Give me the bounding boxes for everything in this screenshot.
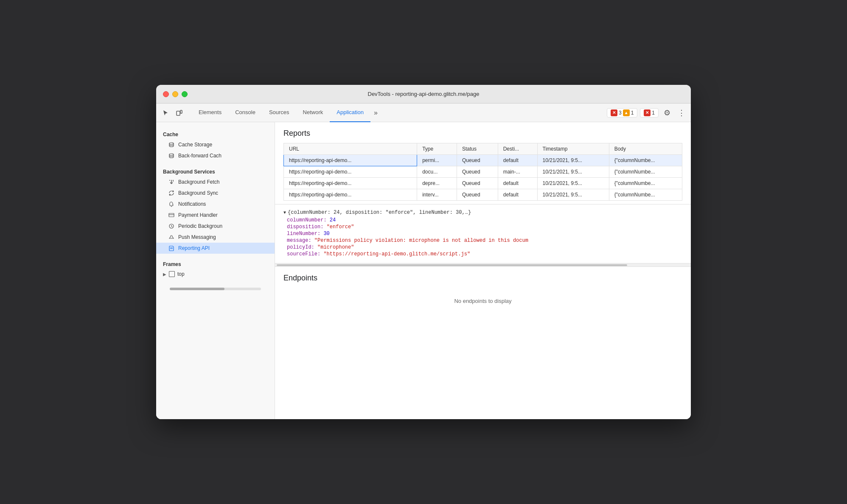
main-content: Cache Cache Storage	[156, 122, 691, 419]
detail-field: columnNumber: 24	[283, 217, 682, 223]
detail-field-key: disposition:	[287, 224, 327, 230]
svg-point-2	[169, 143, 174, 144]
detail-collapse-icon[interactable]: ▼	[283, 210, 286, 215]
table-cell-status: Queued	[457, 155, 498, 166]
payment-handler-icon	[168, 212, 175, 218]
tab-console[interactable]: Console	[228, 104, 262, 122]
frame-icon	[169, 271, 175, 277]
detail-field-key: policyId:	[287, 244, 317, 250]
horizontal-scrollbar[interactable]	[275, 263, 691, 266]
detail-header-text: {columnNumber: 24, disposition: "enforce…	[288, 210, 471, 216]
push-messaging-icon	[168, 234, 175, 241]
right-panel: Reports URL Type Status Desti... Timesta…	[275, 122, 691, 419]
titlebar: DevTools - reporting-api-demo.glitch.me/…	[156, 85, 691, 104]
tabs: Elements Console Sources Network Applica…	[192, 104, 607, 122]
frames-item-top[interactable]: ▶ top	[156, 269, 275, 279]
table-row[interactable]: https://reporting-api-demo...interv...Qu…	[284, 189, 682, 201]
sidebar-item-bg-sync[interactable]: Background Sync	[156, 188, 275, 199]
bg-services-section-title: Background Services	[156, 165, 275, 176]
error-icon-1: ✕	[611, 109, 617, 116]
close-button[interactable]	[163, 91, 169, 97]
detail-field: disposition: "enforce"	[283, 224, 682, 230]
svg-rect-1	[180, 110, 182, 113]
warning-icon: ▲	[623, 109, 630, 116]
sidebar-item-label: Reporting API	[178, 245, 210, 251]
error-count-2: 1	[652, 110, 655, 116]
table-cell-status: Queued	[457, 166, 498, 178]
window-title: DevTools - reporting-api-demo.glitch.me/…	[367, 91, 479, 97]
frames-item-label: top	[177, 271, 185, 277]
svg-rect-0	[177, 111, 180, 115]
table-cell-body: {"columnNumbe...	[609, 178, 682, 189]
maximize-button[interactable]	[182, 91, 188, 97]
bg-fetch-icon	[168, 179, 175, 185]
no-endpoints-text: No endpoints to display	[283, 288, 682, 314]
detail-field: message: "Permissions policy violation: …	[283, 238, 682, 244]
tab-sources[interactable]: Sources	[262, 104, 296, 122]
detail-field-key: message:	[287, 238, 314, 244]
detail-field-value: "microphone"	[317, 244, 354, 250]
sidebar-item-bg-fetch[interactable]: Background Fetch	[156, 176, 275, 188]
detail-field-value: 24	[330, 217, 336, 223]
detail-field-value: "Permissions policy violation: microphon…	[314, 238, 528, 244]
table-cell-url: https://reporting-api-demo...	[284, 166, 417, 178]
sidebar-scrollbar-track[interactable]	[170, 288, 261, 290]
minimize-button[interactable]	[172, 91, 178, 97]
col-header-timestamp: Timestamp	[537, 143, 609, 155]
error-count-1: 3	[619, 110, 622, 116]
sidebar-item-label: Periodic Backgroun	[178, 223, 222, 229]
sidebar-item-reporting-api[interactable]: Reporting API	[156, 243, 275, 254]
table-header-row: URL Type Status Desti... Timestamp Body	[284, 143, 682, 155]
more-icon[interactable]: ⋮	[676, 107, 687, 119]
detail-field-key: columnNumber:	[287, 217, 330, 223]
table-cell-type: interv...	[417, 189, 457, 201]
reports-title: Reports	[283, 129, 682, 138]
col-header-body: Body	[609, 143, 682, 155]
tab-application[interactable]: Application	[330, 104, 370, 122]
traffic-lights	[163, 91, 188, 97]
tab-elements[interactable]: Elements	[192, 104, 228, 122]
sidebar-item-cache-storage[interactable]: Cache Storage	[156, 139, 275, 150]
col-header-destination: Desti...	[498, 143, 537, 155]
cursor-icon[interactable]	[160, 107, 171, 119]
device-icon[interactable]	[173, 107, 185, 119]
settings-icon[interactable]: ⚙	[661, 107, 673, 119]
periodic-bg-icon	[168, 223, 175, 230]
back-forward-cache-icon	[168, 152, 175, 159]
scrollbar-thumb	[277, 264, 627, 266]
table-cell-destination: default	[498, 178, 537, 189]
table-cell-url: https://reporting-api-demo...	[284, 189, 417, 201]
detail-field-value: "https://reporting-api-demo.glitch.me/sc…	[323, 251, 470, 257]
detail-field: lineNumber: 30	[283, 231, 682, 237]
sidebar-item-push-messaging[interactable]: Push Messaging	[156, 232, 275, 243]
sidebar-item-periodic-bg[interactable]: Periodic Backgroun	[156, 221, 275, 232]
devtools-window: DevTools - reporting-api-demo.glitch.me/…	[156, 85, 691, 419]
sidebar-item-label: Background Sync	[178, 190, 218, 196]
sidebar-scrollbar-thumb	[170, 288, 224, 290]
sidebar-item-label: Push Messaging	[178, 234, 216, 240]
table-row[interactable]: https://reporting-api-demo...depre...Que…	[284, 178, 682, 189]
detail-field-value: "enforce"	[327, 224, 354, 230]
reports-section: Reports URL Type Status Desti... Timesta…	[275, 122, 691, 204]
sidebar-item-label: Back-forward Cach	[178, 153, 222, 159]
error-badge-2[interactable]: ✕ 1	[640, 108, 659, 118]
toolbar-right: ✕ 3 ▲ 1 ✕ 1 ⚙ ⋮	[607, 107, 687, 119]
sidebar-item-payment-handler[interactable]: Payment Handler	[156, 210, 275, 221]
frames-section-title: Frames	[156, 257, 275, 269]
endpoints-section: Endpoints No endpoints to display	[275, 266, 691, 321]
sidebar-item-back-forward-cache[interactable]: Back-forward Cach	[156, 150, 275, 161]
table-cell-body: {"columnNumbe...	[609, 189, 682, 201]
table-cell-type: depre...	[417, 178, 457, 189]
col-header-type: Type	[417, 143, 457, 155]
tab-network[interactable]: Network	[296, 104, 330, 122]
svg-point-7	[171, 206, 172, 207]
frames-arrow: ▶	[163, 272, 166, 277]
notifications-icon	[168, 201, 175, 207]
table-row[interactable]: https://reporting-api-demo...permi...Que…	[284, 155, 682, 166]
detail-fields: columnNumber: 24disposition: "enforce"li…	[283, 217, 682, 257]
tab-overflow[interactable]: »	[370, 106, 381, 120]
error-badge-1[interactable]: ✕ 3 ▲ 1	[607, 108, 637, 118]
table-row[interactable]: https://reporting-api-demo...docu...Queu…	[284, 166, 682, 178]
sidebar-item-notifications[interactable]: Notifications	[156, 199, 275, 210]
table-cell-type: docu...	[417, 166, 457, 178]
